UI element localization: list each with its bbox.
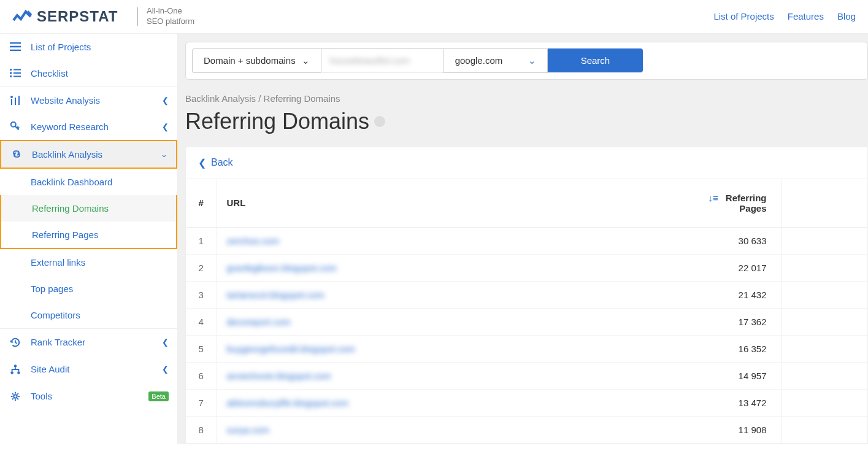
sidebar-item-list-of-projects[interactable]: List of Projects — [0, 34, 177, 60]
svg-rect-11 — [18, 96, 20, 105]
svg-text:SERPSTAT: SERPSTAT — [37, 8, 118, 25]
analytics-icon — [9, 95, 22, 105]
sidebar-item-tools[interactable]: Tools Beta — [0, 383, 177, 410]
cell-num: 8 — [186, 416, 217, 443]
nav-list-of-projects[interactable]: List of Projects — [713, 11, 774, 21]
sidebar-sub-backlink-dashboard[interactable]: Backlink Dashboard — [0, 169, 177, 195]
chevron-left-icon: ❮ — [162, 364, 169, 374]
domain-input[interactable]: housebeautiful.com — [321, 48, 444, 72]
cell-url[interactable]: decoreport.com — [217, 308, 683, 335]
tagline-line-2: SEO platform — [147, 17, 194, 27]
checklist-icon — [9, 69, 22, 77]
sidebar-group: Website Analysis ❮ Keyword Research ❮ Ba… — [0, 87, 177, 328]
cell-num: 4 — [186, 308, 217, 335]
sidebar: List of Projects Checklist Website Analy… — [0, 34, 178, 444]
chevron-down-icon: ⌄ — [528, 55, 536, 66]
back-button[interactable]: ❮ Back — [186, 147, 867, 179]
main-container: List of Projects Checklist Website Analy… — [0, 34, 868, 444]
history-icon — [9, 337, 22, 348]
domain-value: housebeautiful.com — [330, 55, 410, 66]
cell-url[interactable]: buygeorgefoundit.blogspot.com — [217, 335, 683, 362]
search-bar: Domain + subdomains ⌄ housebeautiful.com… — [185, 42, 868, 80]
chevron-left-icon: ❮ — [162, 122, 169, 131]
engine-label: google.com — [455, 55, 503, 66]
sidebar-item-site-audit[interactable]: Site Audit ❮ — [0, 356, 177, 383]
cell-pages: 21 432 — [683, 281, 782, 308]
cell-num: 5 — [186, 335, 217, 362]
table-row[interactable]: 5 buygeorgefoundit.blogspot.com 16 352 — [186, 335, 867, 362]
sidebar-sub-external-links[interactable]: External links — [0, 249, 177, 276]
key-icon — [9, 121, 22, 131]
sidebar-label: List of Projects — [31, 42, 91, 52]
svg-rect-7 — [13, 76, 21, 77]
svg-point-8 — [10, 96, 13, 98]
sidebar-item-backlink-analysis[interactable]: Backlink Analysis ⌄ — [1, 141, 176, 168]
cell-num: 6 — [186, 362, 217, 389]
cell-pages: 13 472 — [683, 389, 782, 416]
cell-pages: 16 352 — [683, 335, 782, 362]
cell-num: 2 — [186, 254, 217, 281]
nav-blog[interactable]: Blog — [837, 11, 856, 21]
sidebar-sub-competitors[interactable]: Competitors — [0, 302, 177, 328]
cell-extra — [782, 335, 867, 362]
back-label: Back — [211, 157, 233, 168]
svg-rect-10 — [15, 98, 16, 105]
sidebar-sub-referring-pages[interactable]: Referring Pages — [1, 222, 176, 248]
table-row[interactable]: 4 decoreport.com 17 362 — [186, 308, 867, 335]
highlight-backlink: Backlink Analysis ⌄ — [0, 140, 177, 169]
table-row[interactable]: 3 tartanscot.blogspot.com 21 432 — [186, 281, 867, 308]
cell-url[interactable]: grantkgibson.blogspot.com — [217, 254, 683, 281]
main-content: Domain + subdomains ⌄ housebeautiful.com… — [178, 34, 868, 444]
hamburger-icon — [9, 42, 22, 51]
cell-pages: 17 362 — [683, 308, 782, 335]
table-row[interactable]: 1 zerchoo.com 30 633 — [186, 227, 867, 254]
th-pages-label: Referring Pages — [726, 193, 767, 214]
engine-select[interactable]: google.com ⌄ — [444, 48, 548, 73]
tagline-line-1: All-in-One — [147, 6, 194, 17]
cell-pages: 22 017 — [683, 254, 782, 281]
cell-url[interactable]: annechovie.blogspot.com — [217, 362, 683, 389]
cell-url[interactable]: tartanscot.blogspot.com — [217, 281, 683, 308]
cell-url[interactable]: zerchoo.com — [217, 227, 683, 254]
th-extra — [782, 179, 867, 227]
cell-num: 3 — [186, 281, 217, 308]
table-row[interactable]: 8 surya.com 11 908 — [186, 416, 867, 443]
cell-num: 1 — [186, 227, 217, 254]
svg-rect-2 — [10, 69, 12, 71]
cell-extra — [782, 416, 867, 443]
svg-rect-4 — [10, 72, 12, 74]
sidebar-sub-referring-domains[interactable]: Referring Domains — [1, 195, 176, 222]
cell-pages: 14 957 — [683, 362, 782, 389]
sidebar-item-keyword-research[interactable]: Keyword Research ❮ — [0, 114, 177, 140]
cell-extra — [782, 281, 867, 308]
cell-extra — [782, 308, 867, 335]
highlight-referring: Referring Domains Referring Pages — [0, 195, 177, 249]
svg-rect-9 — [11, 99, 12, 105]
table-row[interactable]: 2 grantkgibson.blogspot.com 22 017 — [186, 254, 867, 281]
table-row[interactable]: 7 abloomsburylife.blogspot.com 13 472 — [186, 389, 867, 416]
logo[interactable]: SERPSTAT — [12, 7, 129, 26]
nav-features[interactable]: Features — [788, 11, 824, 21]
cell-num: 7 — [186, 389, 217, 416]
svg-rect-5 — [13, 72, 21, 74]
search-button[interactable]: Search — [548, 48, 643, 72]
cell-url[interactable]: abloomsburylife.blogspot.com — [217, 389, 683, 416]
cell-pages: 30 633 — [683, 227, 782, 254]
sidebar-sub-top-pages[interactable]: Top pages — [0, 276, 177, 302]
scope-select[interactable]: Domain + subdomains ⌄ — [192, 48, 321, 73]
info-icon[interactable] — [374, 116, 385, 127]
sidebar-item-website-analysis[interactable]: Website Analysis ❮ — [0, 87, 177, 114]
sidebar-item-rank-tracker[interactable]: Rank Tracker ❮ — [0, 329, 177, 356]
cell-url[interactable]: surya.com — [217, 416, 683, 443]
svg-point-15 — [17, 371, 20, 374]
cell-pages: 11 908 — [683, 416, 782, 443]
sidebar-label: Rank Tracker — [31, 337, 85, 347]
sidebar-item-checklist[interactable]: Checklist — [0, 60, 177, 87]
th-pages[interactable]: ↓≡ Referring Pages — [683, 179, 782, 227]
svg-rect-6 — [10, 75, 12, 77]
link-icon — [10, 149, 23, 159]
sidebar-label: Tools — [31, 391, 52, 401]
header-divider — [137, 7, 138, 26]
th-url[interactable]: URL — [217, 179, 683, 227]
table-row[interactable]: 6 annechovie.blogspot.com 14 957 — [186, 362, 867, 389]
